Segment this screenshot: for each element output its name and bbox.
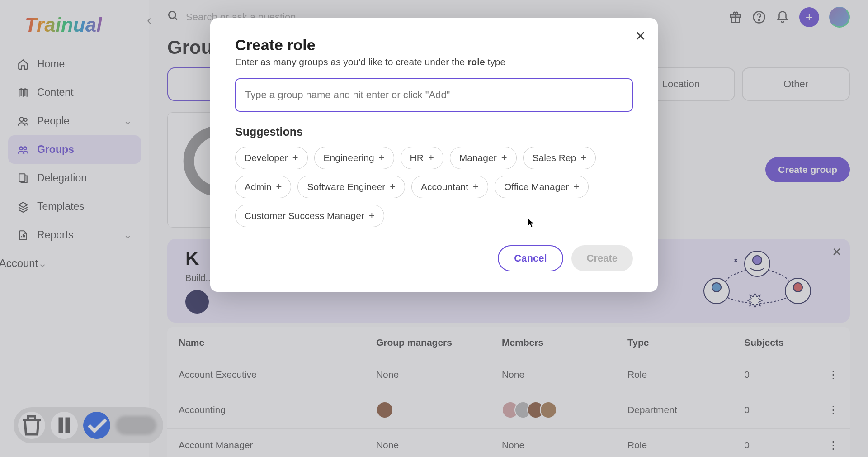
suggestion-chip-accountant[interactable]: Accountant+ (411, 176, 488, 198)
plus-icon: + (501, 152, 507, 164)
modal-title: Create role (235, 36, 633, 54)
suggestion-chip-manager[interactable]: Manager+ (450, 147, 517, 169)
chip-label: Engineering (324, 152, 374, 163)
plus-icon: + (390, 181, 396, 193)
suggestion-chip-sales-rep[interactable]: Sales Rep+ (523, 147, 596, 169)
plus-icon: + (473, 181, 479, 193)
suggestion-chip-customer-success-manager[interactable]: Customer Success Manager+ (235, 205, 384, 227)
suggestions-heading: Suggestions (235, 125, 633, 138)
close-icon[interactable]: ✕ (635, 28, 646, 44)
plus-icon: + (369, 210, 375, 222)
plus-icon: + (428, 152, 434, 164)
modal-subtitle: Enter as many groups as you'd like to cr… (235, 57, 633, 67)
chip-label: Office Manager (504, 181, 569, 192)
chip-label: Customer Success Manager (245, 210, 364, 221)
cancel-button[interactable]: Cancel (498, 245, 563, 271)
suggestion-chip-hr[interactable]: HR+ (401, 147, 443, 169)
suggestion-chip-admin[interactable]: Admin+ (235, 176, 291, 198)
chip-label: Developer (245, 152, 288, 163)
chip-label: HR (410, 152, 424, 163)
group-name-input[interactable] (235, 78, 633, 112)
chip-label: Admin (245, 181, 272, 192)
create-role-modal: ✕ Create role Enter as many groups as yo… (210, 18, 658, 292)
suggestion-chip-office-manager[interactable]: Office Manager+ (495, 176, 589, 198)
modal-overlay[interactable]: ✕ Create role Enter as many groups as yo… (0, 0, 868, 457)
plus-icon: + (580, 152, 586, 164)
plus-icon: + (292, 152, 298, 164)
suggestion-chip-developer[interactable]: Developer+ (235, 147, 308, 169)
chip-label: Software Engineer (307, 181, 385, 192)
suggestion-chip-engineering[interactable]: Engineering+ (314, 147, 394, 169)
plus-icon: + (379, 152, 385, 164)
plus-icon: + (276, 181, 282, 193)
chip-label: Accountant (421, 181, 468, 192)
plus-icon: + (573, 181, 579, 193)
suggestion-chip-software-engineer[interactable]: Software Engineer+ (297, 176, 405, 198)
create-button[interactable]: Create (571, 245, 633, 271)
chip-label: Sales Rep (533, 152, 576, 163)
chip-label: Manager (459, 152, 497, 163)
